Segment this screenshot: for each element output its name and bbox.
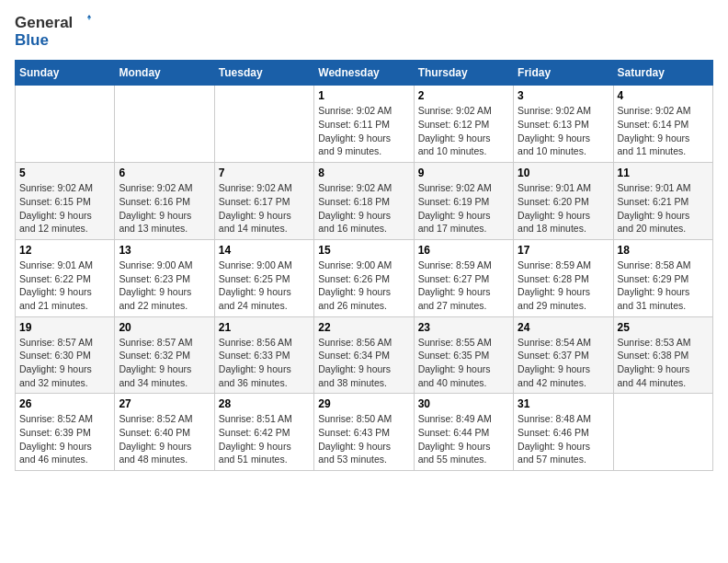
page-header: General Blue [15,15,713,49]
day-info: Sunrise: 8:57 AM Sunset: 6:32 PM Dayligh… [119,336,210,390]
day-info: Sunrise: 8:55 AM Sunset: 6:35 PM Dayligh… [418,336,509,390]
day-number: 29 [318,397,409,410]
day-info: Sunrise: 8:59 AM Sunset: 6:28 PM Dayligh… [518,259,609,313]
day-number: 4 [618,89,709,102]
calendar-cell: 22Sunrise: 8:56 AM Sunset: 6:34 PM Dayli… [314,316,414,394]
weekday-header: Sunday [16,61,115,86]
calendar-cell: 5Sunrise: 9:02 AM Sunset: 6:15 PM Daylig… [16,163,115,240]
day-number: 7 [219,167,310,179]
day-number: 24 [518,321,609,334]
calendar-cell: 3Sunrise: 9:02 AM Sunset: 6:13 PM Daylig… [514,86,613,163]
day-info: Sunrise: 9:01 AM Sunset: 6:20 PM Dayligh… [518,181,609,236]
calendar-cell: 14Sunrise: 9:00 AM Sunset: 6:25 PM Dayli… [214,239,313,316]
logo-blue: Blue [15,32,91,50]
day-number: 27 [119,397,210,410]
calendar-week-row: 12Sunrise: 9:01 AM Sunset: 6:22 PM Dayli… [16,239,713,316]
day-number: 12 [19,244,110,257]
day-info: Sunrise: 9:00 AM Sunset: 6:23 PM Dayligh… [119,259,210,313]
calendar-week-row: 19Sunrise: 8:57 AM Sunset: 6:30 PM Dayli… [16,316,713,394]
day-number: 14 [219,244,310,257]
day-info: Sunrise: 9:02 AM Sunset: 6:15 PM Dayligh… [19,181,110,236]
calendar-cell: 4Sunrise: 9:02 AM Sunset: 6:14 PM Daylig… [613,86,712,163]
day-info: Sunrise: 8:56 AM Sunset: 6:34 PM Dayligh… [318,336,409,390]
day-info: Sunrise: 9:02 AM Sunset: 6:19 PM Dayligh… [418,181,509,236]
weekday-header: Saturday [613,61,712,86]
day-number: 1 [318,89,409,102]
day-number: 26 [19,397,110,410]
calendar-cell: 28Sunrise: 8:51 AM Sunset: 6:42 PM Dayli… [214,394,313,471]
calendar-cell: 13Sunrise: 9:00 AM Sunset: 6:23 PM Dayli… [115,239,214,316]
day-info: Sunrise: 9:01 AM Sunset: 6:22 PM Dayligh… [19,259,110,313]
day-number: 20 [119,321,210,334]
calendar-cell: 15Sunrise: 9:00 AM Sunset: 6:26 PM Dayli… [314,239,414,316]
calendar-cell: 24Sunrise: 8:54 AM Sunset: 6:37 PM Dayli… [514,316,613,394]
calendar-cell: 11Sunrise: 9:01 AM Sunset: 6:21 PM Dayli… [613,163,712,240]
day-info: Sunrise: 8:54 AM Sunset: 6:37 PM Dayligh… [518,336,609,390]
day-number: 5 [19,167,110,179]
calendar-cell: 7Sunrise: 9:02 AM Sunset: 6:17 PM Daylig… [214,163,313,240]
calendar-week-row: 26Sunrise: 8:52 AM Sunset: 6:39 PM Dayli… [16,394,713,471]
logo-bird-icon [74,15,91,31]
calendar-cell: 29Sunrise: 8:50 AM Sunset: 6:43 PM Dayli… [314,394,414,471]
calendar-cell: 9Sunrise: 9:02 AM Sunset: 6:19 PM Daylig… [414,163,513,240]
calendar-cell: 16Sunrise: 8:59 AM Sunset: 6:27 PM Dayli… [414,239,513,316]
calendar-week-row: 1Sunrise: 9:02 AM Sunset: 6:11 PM Daylig… [16,86,713,163]
calendar-cell: 20Sunrise: 8:57 AM Sunset: 6:32 PM Dayli… [115,316,214,394]
day-info: Sunrise: 9:02 AM Sunset: 6:13 PM Dayligh… [518,104,609,158]
calendar-cell: 18Sunrise: 8:58 AM Sunset: 6:29 PM Dayli… [613,239,712,316]
calendar-cell [115,86,214,163]
day-info: Sunrise: 8:58 AM Sunset: 6:29 PM Dayligh… [618,259,709,313]
day-number: 15 [318,244,409,257]
day-number: 10 [518,167,609,179]
day-info: Sunrise: 9:01 AM Sunset: 6:21 PM Dayligh… [618,181,709,236]
logo-general: General [15,15,73,32]
day-info: Sunrise: 8:53 AM Sunset: 6:38 PM Dayligh… [618,336,709,390]
day-info: Sunrise: 8:51 AM Sunset: 6:42 PM Dayligh… [219,412,310,466]
day-number: 3 [518,89,609,102]
day-info: Sunrise: 8:48 AM Sunset: 6:46 PM Dayligh… [518,412,609,466]
day-info: Sunrise: 9:00 AM Sunset: 6:25 PM Dayligh… [219,259,310,313]
calendar-cell: 27Sunrise: 8:52 AM Sunset: 6:40 PM Dayli… [115,394,214,471]
day-info: Sunrise: 9:02 AM Sunset: 6:12 PM Dayligh… [418,104,509,158]
calendar-cell [613,394,712,471]
calendar-cell: 21Sunrise: 8:56 AM Sunset: 6:33 PM Dayli… [214,316,313,394]
calendar-cell [214,86,313,163]
calendar-cell: 19Sunrise: 8:57 AM Sunset: 6:30 PM Dayli… [16,316,115,394]
calendar-cell: 8Sunrise: 9:02 AM Sunset: 6:18 PM Daylig… [314,163,414,240]
calendar-cell: 1Sunrise: 9:02 AM Sunset: 6:11 PM Daylig… [314,86,414,163]
day-number: 11 [618,167,709,179]
day-info: Sunrise: 9:02 AM Sunset: 6:14 PM Dayligh… [618,104,709,158]
calendar-cell [16,86,115,163]
day-info: Sunrise: 9:02 AM Sunset: 6:17 PM Dayligh… [219,181,310,236]
weekday-header: Thursday [414,61,513,86]
weekday-header: Friday [514,61,613,86]
weekday-header: Tuesday [214,61,313,86]
day-number: 19 [19,321,110,334]
day-number: 9 [418,167,509,179]
calendar-cell: 23Sunrise: 8:55 AM Sunset: 6:35 PM Dayli… [414,316,513,394]
day-number: 21 [219,321,310,334]
day-info: Sunrise: 8:57 AM Sunset: 6:30 PM Dayligh… [19,336,110,390]
calendar-cell: 2Sunrise: 9:02 AM Sunset: 6:12 PM Daylig… [414,86,513,163]
day-number: 25 [618,321,709,334]
calendar-cell: 26Sunrise: 8:52 AM Sunset: 6:39 PM Dayli… [16,394,115,471]
day-number: 18 [618,244,709,257]
day-number: 16 [418,244,509,257]
day-info: Sunrise: 8:52 AM Sunset: 6:39 PM Dayligh… [19,412,110,466]
calendar-cell: 31Sunrise: 8:48 AM Sunset: 6:46 PM Dayli… [514,394,613,471]
calendar-cell: 6Sunrise: 9:02 AM Sunset: 6:16 PM Daylig… [115,163,214,240]
calendar-cell: 25Sunrise: 8:53 AM Sunset: 6:38 PM Dayli… [613,316,712,394]
svg-marker-0 [87,15,91,17]
calendar-header-row: SundayMondayTuesdayWednesdayThursdayFrid… [16,61,713,86]
day-info: Sunrise: 8:52 AM Sunset: 6:40 PM Dayligh… [119,412,210,466]
day-number: 28 [219,397,310,410]
calendar-cell: 17Sunrise: 8:59 AM Sunset: 6:28 PM Dayli… [514,239,613,316]
day-number: 17 [518,244,609,257]
logo: General Blue [15,15,91,49]
day-info: Sunrise: 8:59 AM Sunset: 6:27 PM Dayligh… [418,259,509,313]
calendar-cell: 10Sunrise: 9:01 AM Sunset: 6:20 PM Dayli… [514,163,613,240]
day-number: 6 [119,167,210,179]
day-info: Sunrise: 9:02 AM Sunset: 6:16 PM Dayligh… [119,181,210,236]
calendar-table: SundayMondayTuesdayWednesdayThursdayFrid… [15,60,713,471]
calendar-cell: 12Sunrise: 9:01 AM Sunset: 6:22 PM Dayli… [16,239,115,316]
